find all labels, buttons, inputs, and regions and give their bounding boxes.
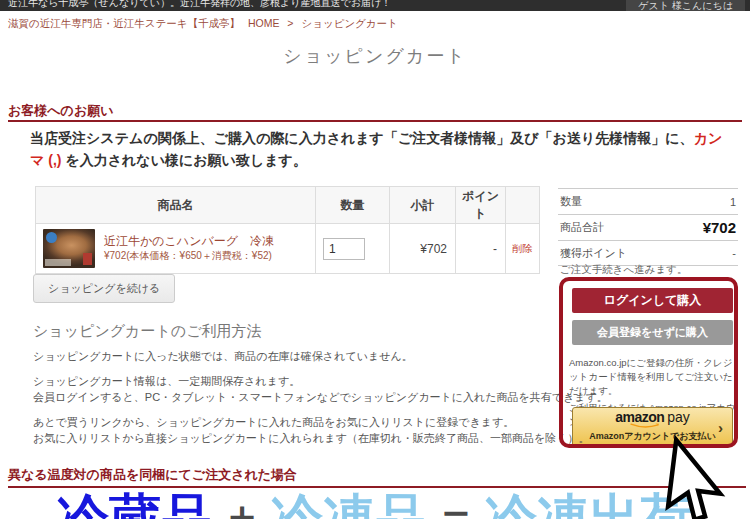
- header-subtotal: 小計: [390, 187, 456, 224]
- summary-points-value: -: [732, 247, 736, 259]
- plus-operator: ＋: [221, 492, 263, 519]
- refrigerated-item-text: 冷蔵品: [57, 489, 213, 519]
- frozen-item-text: 冷凍品: [271, 489, 427, 519]
- section-divider: [8, 486, 746, 488]
- equals-operator: ＝: [435, 492, 477, 519]
- site-tagline: 近江牛なら千成亭（せんなりてい）。近江牛発祥の地、彦根より産地直送でお届け！: [8, 0, 391, 10]
- breadcrumb-current: ショッピングカート: [301, 17, 397, 29]
- section-divider: [8, 120, 742, 122]
- price-tag-icon: [83, 253, 92, 265]
- breadcrumb-separator: >: [287, 17, 293, 29]
- chevron-right-icon: ›: [718, 419, 723, 436]
- notice-text-after: を入力されない様にお願い致します。: [61, 152, 307, 168]
- login-purchase-button[interactable]: ログインして購入: [572, 288, 733, 313]
- header-product-name: 商品名: [36, 187, 316, 224]
- guest-purchase-button[interactable]: 会員登録をせずに購入: [572, 320, 733, 345]
- customer-notice-heading: お客様へのお願い: [8, 102, 114, 120]
- header-quantity: 数量: [316, 187, 390, 224]
- product-price-note: ¥702(本体価格：¥650＋消費税：¥52): [104, 249, 274, 263]
- product-cell: 近江牛かのこハンバーグ 冷凍 ¥702(本体価格：¥650＋消費税：¥52): [37, 225, 314, 272]
- summary-total-row: 商品合計 ¥702: [558, 214, 738, 240]
- amazon-smile-icon: [624, 423, 668, 429]
- usage-line: 会員ログインすると、PC・タブレット・スマートフォンなどでショッピングカートに入…: [33, 389, 608, 406]
- delete-item-link[interactable]: 削除: [513, 243, 533, 254]
- breadcrumb: 滋賀の近江牛専門店・近江牛ステーキ【千成亭】 HOME > ショッピングカート: [8, 17, 403, 31]
- cart-table-header-row: 商品名 数量 小計 ポイント: [36, 187, 540, 224]
- continue-shopping-button[interactable]: ショッピングを続ける: [33, 274, 175, 303]
- product-info: 近江牛かのこハンバーグ 冷凍 ¥702(本体価格：¥650＋消費税：¥52): [104, 234, 274, 264]
- usage-line: ショッピングカートに入った状態では、商品の在庫は確保されていません。: [33, 348, 608, 365]
- usage-line: あとで買うリンクから、ショッピングカートに入れた商品をお気に入りリストに登録でき…: [33, 414, 608, 431]
- quantity-input[interactable]: [323, 238, 365, 260]
- amazon-pay-logo: amazonpay: [615, 410, 690, 424]
- header-action: [506, 187, 540, 224]
- header-points: ポイント: [456, 187, 506, 224]
- item-subtotal: ¥702: [390, 224, 456, 274]
- summary-quantity-value: 1: [730, 196, 736, 208]
- product-name-link[interactable]: 近江牛かのこハンバーグ 冷凍: [104, 234, 274, 250]
- proceed-note: ご注文手続きへ進みます。: [560, 263, 687, 277]
- cart-table: 商品名 数量 小計 ポイント 近江牛かのこハンバーグ 冷凍 ¥702(本体価格：…: [35, 186, 540, 274]
- guest-greeting[interactable]: ゲスト 様こんにちは: [626, 0, 745, 11]
- mouse-cursor-icon: [659, 436, 732, 519]
- breadcrumb-home-link[interactable]: HOME: [248, 17, 280, 29]
- item-points: -: [456, 224, 506, 274]
- usage-line: お気に入りリストから直接ショッピングカートに入れられます（在庫切れ・販売終了商品…: [33, 430, 608, 447]
- pay-logo-text: pay: [667, 409, 690, 425]
- usage-line: ショッピングカート情報は、一定期間保存されます。: [33, 373, 608, 390]
- cart-usage-text: ショッピングカートに入った状態では、商品の在庫は確保されていません。 ショッピン…: [33, 348, 608, 447]
- cart-item-row: 近江牛かのこハンバーグ 冷凍 ¥702(本体価格：¥650＋消費税：¥52) ¥…: [36, 224, 540, 274]
- summary-points-label: 獲得ポイント: [560, 246, 627, 261]
- shipping-temperature-formula: 冷蔵品＋冷凍品＝冷凍出荷: [0, 490, 750, 519]
- cart-usage-heading: ショッピングカートのご利用方法: [33, 322, 262, 341]
- summary-total-label: 商品合計: [560, 220, 604, 235]
- page-title: ショッピングカート: [0, 44, 750, 68]
- frozen-badge-icon: [46, 232, 57, 243]
- topbar: 近江牛なら千成亭（せんなりてい）。近江牛発祥の地、彦根より産地直送でお届け！ ゲ…: [0, 0, 750, 11]
- customer-notice-body: 当店受注システムの関係上、ご購入の際に入力されます「ご注文者様情報」及び「お送り…: [30, 128, 734, 171]
- summary-quantity-row: 数量 1: [558, 188, 738, 214]
- order-summary: 数量 1 商品合計 ¥702 獲得ポイント -: [558, 188, 738, 266]
- thumbnail-caption: [45, 259, 71, 266]
- summary-quantity-label: 数量: [560, 194, 582, 209]
- temperature-section-heading: 異なる温度対の商品を同梱にてご注文された場合: [8, 466, 297, 484]
- notice-text-before: 当店受注システムの関係上、ご購入の際に入力されます「ご注文者様情報」及び「お送り…: [30, 130, 694, 146]
- summary-total-value: ¥702: [703, 219, 736, 236]
- product-thumbnail-image[interactable]: [43, 229, 95, 268]
- breadcrumb-site-link[interactable]: 滋賀の近江牛専門店・近江牛ステーキ【千成亭】: [8, 17, 240, 29]
